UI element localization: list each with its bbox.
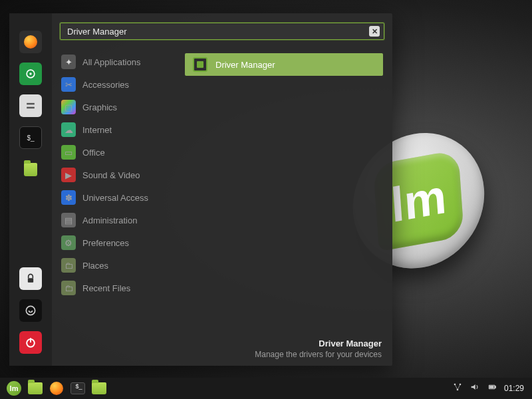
category-ua[interactable]: ✽Universal Access (52, 186, 181, 209)
category-pref[interactable]: ⚙Preferences (52, 231, 181, 254)
category-places-icon: 🗀 (61, 258, 76, 273)
svg-point-1 (29, 72, 31, 74)
category-label: Internet (82, 125, 112, 135)
mint-menu-icon: lm (7, 381, 21, 396)
driver-manager-icon (193, 57, 207, 72)
taskbar: lm$_ 01:29 (0, 378, 532, 399)
clear-search-icon[interactable]: ✕ (369, 26, 380, 37)
power-icon (24, 336, 37, 349)
category-net-icon: ☁ (61, 122, 76, 137)
svg-rect-12 (495, 386, 495, 388)
category-adm[interactable]: ▤Administration (52, 209, 181, 231)
category-pref-icon: ⚙ (61, 235, 76, 250)
battery-icon[interactable] (487, 382, 497, 395)
category-off-icon: ▭ (61, 145, 76, 160)
result-label: Driver Manager (215, 60, 275, 70)
svg-rect-2 (27, 103, 35, 105)
favorite-firefox[interactable] (19, 31, 42, 53)
svg-point-5 (26, 306, 35, 315)
description-subtitle: Manage the drivers for your devices (255, 350, 382, 360)
category-snd-icon: ▶ (61, 168, 76, 182)
results-list: Driver Manager (181, 44, 392, 336)
category-label: Office (82, 148, 105, 158)
category-label: Administration (82, 215, 137, 225)
clock[interactable]: 01:29 (504, 384, 524, 393)
category-places[interactable]: 🗀Places (52, 254, 181, 277)
favorite-files[interactable] (19, 158, 42, 181)
result-item[interactable]: Driver Manager (185, 53, 383, 76)
category-snd[interactable]: ▶Sound & Video (52, 164, 181, 186)
search-box[interactable]: ✕ (60, 23, 384, 40)
files-icon (28, 382, 43, 394)
launcher-firefox[interactable] (47, 380, 66, 397)
search-input[interactable] (67, 27, 369, 37)
category-all[interactable]: ✦All Applications (52, 51, 181, 73)
terminal-icon: $_ (27, 134, 34, 142)
category-acc-icon: ✂ (61, 77, 76, 92)
category-label: Universal Access (82, 193, 148, 203)
launcher-files[interactable] (25, 380, 45, 397)
categories-list: ✦All Applications✂Accessories▢Graphics☁I… (52, 44, 181, 336)
application-menu: $_ ✕ ✦All Applications✂Accessories▢Graph… (9, 13, 392, 366)
svg-rect-4 (28, 278, 33, 283)
launcher-menu[interactable]: lm (4, 380, 24, 397)
search-row: ✕ (52, 13, 392, 44)
launcher-terminal[interactable]: $_ (68, 380, 88, 397)
category-label: Graphics (82, 102, 117, 112)
network-icon[interactable] (452, 382, 463, 395)
favorite-software-manager[interactable] (19, 63, 42, 85)
svg-rect-13 (490, 386, 493, 388)
category-recent-icon: 🗀 (61, 281, 76, 295)
category-label: Accessories (82, 80, 129, 90)
shutdown-button[interactable] (19, 331, 42, 354)
category-recent[interactable]: 🗀Recent Files (52, 277, 181, 299)
favorite-settings[interactable] (19, 94, 42, 117)
favorites-column: $_ (9, 13, 52, 366)
favorite-terminal[interactable]: $_ (19, 126, 42, 149)
app-description: Driver Manager Manage the drivers for yo… (52, 336, 392, 366)
files-icon (92, 382, 106, 394)
category-all-icon: ✦ (61, 55, 76, 69)
category-ua-icon: ✽ (61, 190, 76, 205)
category-label: Recent Files (82, 283, 130, 293)
logout-button[interactable] (19, 299, 42, 322)
category-label: Places (82, 261, 108, 271)
category-label: Preferences (82, 238, 129, 248)
desktop: lm $_ ✕ ✦All Applications✂Accessories▢Gr… (0, 0, 532, 399)
category-label: All Applications (82, 57, 140, 67)
lock-button[interactable] (19, 267, 42, 290)
category-acc[interactable]: ✂Accessories (52, 73, 181, 96)
files-icon (24, 163, 37, 176)
category-gfx-icon: ▢ (61, 100, 76, 114)
svg-rect-3 (27, 107, 35, 109)
firefox-icon (50, 382, 63, 395)
terminal-icon: $_ (70, 382, 85, 394)
lock-icon (24, 272, 37, 285)
firefox-icon (24, 35, 37, 49)
category-gfx[interactable]: ▢Graphics (52, 96, 181, 118)
category-adm-icon: ▤ (61, 213, 76, 227)
category-label: Sound & Video (82, 170, 140, 180)
launcher-files2[interactable] (89, 380, 109, 397)
logout-icon (24, 304, 37, 317)
system-tray: 01:29 (452, 382, 528, 395)
volume-icon[interactable] (469, 382, 480, 395)
description-title: Driver Manager (319, 338, 382, 349)
category-net[interactable]: ☁Internet (52, 118, 181, 141)
category-off[interactable]: ▭Office (52, 141, 181, 164)
software-manager-icon (24, 67, 37, 80)
settings-icon (24, 99, 37, 112)
